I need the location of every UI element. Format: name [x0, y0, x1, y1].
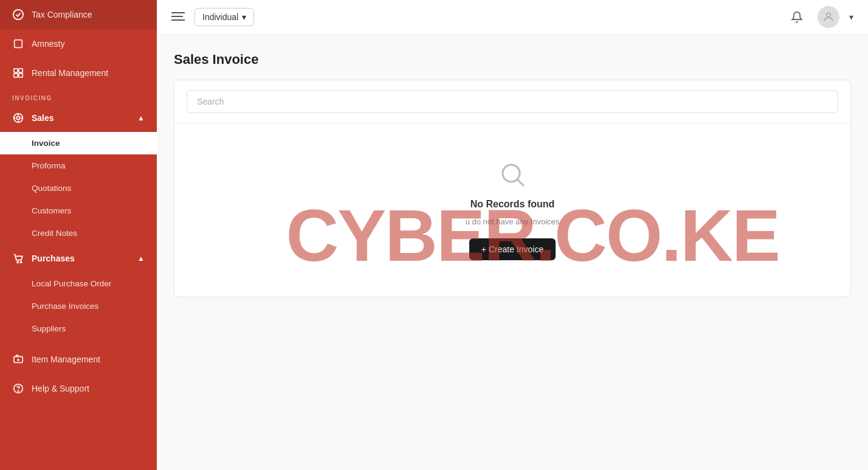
item-management-icon [12, 353, 24, 365]
empty-title: No Records found [470, 199, 555, 210]
purchases-group-label: Purchases [32, 254, 75, 263]
svg-point-18 [18, 390, 18, 391]
svg-point-22 [827, 13, 831, 17]
page-title: Sales Invoice [174, 52, 851, 67]
purchases-chevron-icon: ▲ [137, 254, 145, 263]
sidebar-sub-quotations[interactable]: Quotations [0, 177, 157, 199]
sidebar-sub-invoice[interactable]: Invoice [0, 132, 157, 154]
bell-icon[interactable] [786, 6, 808, 28]
create-invoice-button[interactable]: + Create Invoice [469, 238, 556, 260]
svg-point-0 [13, 10, 23, 19]
sidebar-sub-proforma[interactable]: Proforma [0, 154, 157, 177]
select-chevron-icon: ▾ [242, 12, 246, 22]
sidebar-label-item-management: Item Management [32, 354, 100, 364]
sidebar-sub-suppliers[interactable]: Suppliers [0, 317, 157, 340]
help-icon [12, 382, 24, 395]
sales-group-left: Sales [12, 112, 54, 124]
search-input[interactable] [187, 90, 838, 113]
create-invoice-label: + Create Invoice [481, 244, 543, 254]
empty-subtitle: u do not have any Invoices [466, 217, 560, 226]
rental-icon [12, 67, 24, 79]
amnesty-icon [12, 38, 24, 50]
search-bar [174, 80, 850, 123]
menu-icon[interactable] [171, 11, 185, 23]
sidebar-label-amnesty: Amnesty [32, 39, 64, 49]
sidebar-sub-purchase-invoices[interactable]: Purchase Invoices [0, 295, 157, 317]
invoice-card: No Records found u do not have any Invoi… [174, 80, 851, 297]
individual-label: Individual [202, 12, 238, 22]
empty-search-icon [498, 160, 527, 189]
empty-state: No Records found u do not have any Invoi… [174, 123, 850, 297]
sidebar-sub-customers[interactable]: Customers [0, 199, 157, 222]
sales-chevron-icon: ▲ [137, 114, 145, 122]
purchases-group-left: Purchases [12, 252, 75, 264]
svg-rect-5 [19, 74, 22, 77]
sidebar-item-amnesty[interactable]: Amnesty [0, 29, 157, 58]
sidebar-label-rental: Rental Management [32, 68, 108, 78]
topbar-expand-icon[interactable]: ▾ [849, 12, 853, 22]
sales-group-header[interactable]: Sales ▲ [0, 104, 157, 132]
svg-rect-2 [14, 69, 18, 72]
svg-point-7 [16, 116, 19, 119]
sidebar-item-help-support[interactable]: Help & Support [0, 374, 157, 403]
svg-point-12 [17, 261, 18, 263]
sales-icon [12, 112, 24, 124]
svg-rect-4 [14, 74, 18, 77]
svg-point-23 [503, 165, 520, 182]
sidebar-label-tax-compliance: Tax Compliance [32, 10, 92, 19]
main-area: Individual ▾ ▾ Sales Invoice [157, 0, 868, 470]
svg-rect-3 [19, 69, 22, 72]
svg-rect-1 [15, 40, 22, 48]
sidebar-sub-credit-notes[interactable]: Credit Notes [0, 222, 157, 244]
individual-select[interactable]: Individual ▾ [195, 8, 254, 26]
sidebar-label-help-support: Help & Support [32, 384, 89, 393]
svg-point-13 [20, 261, 21, 263]
svg-line-24 [517, 179, 524, 186]
sales-group-label: Sales [32, 113, 54, 123]
avatar[interactable] [818, 6, 839, 28]
sidebar-item-rental[interactable]: Rental Management [0, 58, 157, 88]
content-area: Sales Invoice No Records found u do not … [157, 35, 868, 470]
purchases-group-header[interactable]: Purchases ▲ [0, 244, 157, 272]
purchases-icon [12, 252, 24, 264]
tax-compliance-icon [12, 9, 24, 21]
topbar: Individual ▾ ▾ [157, 0, 868, 35]
sidebar-sub-lpo[interactable]: Local Purchase Order [0, 272, 157, 295]
sidebar-item-item-management[interactable]: Item Management [0, 345, 157, 374]
sidebar-item-tax-compliance[interactable]: Tax Compliance [0, 0, 157, 29]
invoicing-section-label: INVOICING [0, 88, 157, 104]
sidebar: Tax Compliance Amnesty Rental Management… [0, 0, 157, 470]
